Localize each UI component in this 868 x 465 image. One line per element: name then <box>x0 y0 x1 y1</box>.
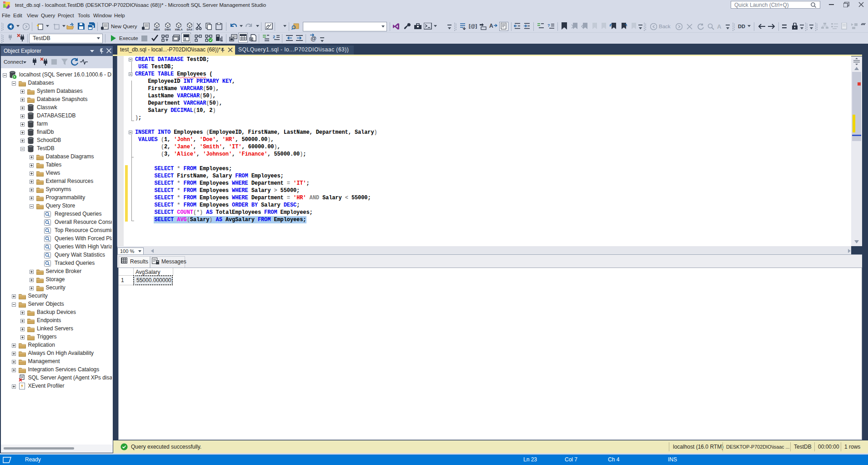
svg-text:DAX: DAX <box>187 28 193 31</box>
svg-text:DMX: DMX <box>165 28 171 31</box>
svg-text:MDX: MDX <box>154 28 160 31</box>
svg-text:2: 2 <box>273 35 275 39</box>
svg-text:@: @ <box>311 35 316 42</box>
svg-text:XMLA: XMLA <box>175 28 183 31</box>
svg-text:?: ? <box>547 23 550 28</box>
